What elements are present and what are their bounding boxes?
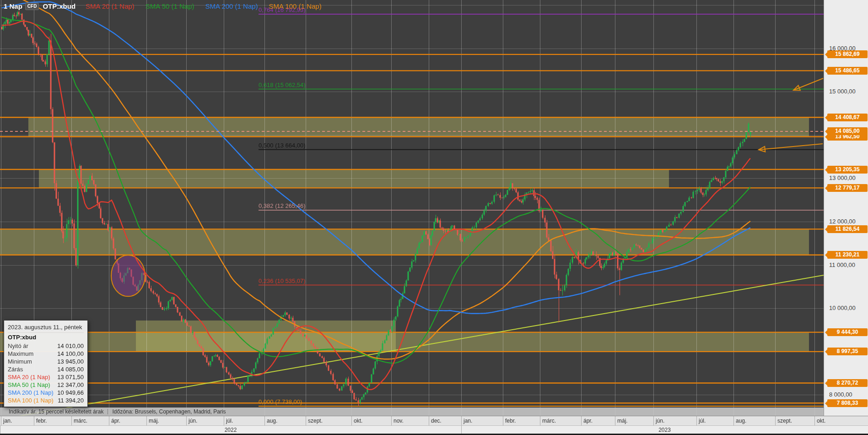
legend-sma-20[interactable]: SMA 20 (1 Nap) bbox=[86, 2, 135, 10]
tooltip-row-label: SMA 200 (1 Nap) bbox=[8, 389, 54, 397]
tooltip-row-value: 14 100,00 bbox=[57, 350, 84, 358]
price-axis-label: 10 000,00 bbox=[829, 304, 856, 311]
ohlc-tooltip: 2023. augusztus 11., péntek OTP:xbud Nyi… bbox=[4, 320, 88, 407]
price-level-badge[interactable]: 11 230,21 bbox=[827, 251, 868, 259]
month-label: jún. bbox=[656, 418, 664, 424]
month-tick bbox=[615, 416, 615, 426]
month-label: júl. bbox=[699, 418, 706, 424]
year-tick bbox=[461, 426, 462, 434]
month-label: okt. bbox=[354, 418, 362, 424]
tooltip-row-value: 12 347,00 bbox=[57, 381, 84, 389]
month-tick bbox=[461, 416, 462, 426]
current-price-badge[interactable]: 14 085,00 bbox=[827, 127, 868, 135]
chart-plot-area[interactable]: 1 NapCFDOTP:xbudSMA 20 (1 Nap)SMA 50 (1 … bbox=[0, 0, 824, 416]
month-label: szept. bbox=[777, 418, 792, 424]
price-level-badge[interactable]: 15 486,65 bbox=[827, 67, 868, 75]
chart-legend: 1 NapCFDOTP:xbudSMA 20 (1 Nap)SMA 50 (1 … bbox=[4, 2, 333, 12]
year-label: 2022 bbox=[225, 427, 237, 433]
timezone-note: Időzóna: Brussels, Copenhagen, Madrid, P… bbox=[112, 408, 226, 415]
month-tick bbox=[653, 416, 654, 426]
month-label: jan. bbox=[464, 418, 472, 424]
fib-level-label: 0,618 (15 062,54) bbox=[259, 82, 306, 88]
status-divider bbox=[108, 409, 108, 414]
tooltip-row-value: 10 949,66 bbox=[57, 389, 84, 397]
time-axis[interactable]: jan.febr.márc.ápr.máj.jún.júl.aug.szept.… bbox=[0, 416, 868, 435]
month-tick bbox=[306, 416, 306, 426]
cfd-instrument-badge: CFD bbox=[25, 3, 39, 10]
price-level-badge[interactable]: 8 997,35 bbox=[827, 348, 868, 355]
tooltip-row-value: 14 010,00 bbox=[57, 342, 84, 350]
tooltip-row: SMA 200 (1 Nap)10 949,66 bbox=[8, 389, 84, 397]
price-level-badge[interactable]: 7 808,33 bbox=[827, 399, 868, 407]
price-level-badge[interactable]: 14 408,67 bbox=[827, 114, 868, 121]
month-tick bbox=[503, 416, 503, 426]
price-level-badge[interactable]: 15 862,69 bbox=[827, 50, 868, 58]
month-label: aug. bbox=[736, 418, 746, 424]
month-label: márc. bbox=[74, 418, 87, 424]
month-label: szept. bbox=[308, 418, 323, 424]
time-axis-years[interactable]: 20222023 bbox=[0, 425, 868, 434]
month-tick bbox=[391, 416, 392, 426]
month-label: ápr. bbox=[583, 418, 593, 424]
tooltip-row: SMA 20 (1 Nap)13 071,50 bbox=[8, 373, 84, 381]
month-label: febr. bbox=[36, 418, 47, 424]
year-label: 2023 bbox=[658, 427, 671, 433]
price-level-badge[interactable]: 12 779,17 bbox=[827, 184, 868, 192]
month-label: febr. bbox=[505, 418, 516, 424]
price-level-badge[interactable]: 9 444,30 bbox=[827, 328, 868, 336]
price-axis[interactable]: 16 000,0015 000,0013 000,0012 000,0011 0… bbox=[824, 0, 868, 416]
tooltip-row-label: Maximum bbox=[8, 350, 33, 358]
month-tick bbox=[581, 416, 582, 426]
legend-sma-50[interactable]: SMA 50 (1 Nap) bbox=[146, 2, 194, 10]
month-tick bbox=[775, 416, 776, 426]
tooltip-row-label: SMA 20 (1 Nap) bbox=[8, 373, 50, 381]
month-tick bbox=[109, 416, 109, 426]
month-label: jan. bbox=[3, 418, 12, 424]
month-label: júl. bbox=[226, 418, 233, 424]
tooltip-row-label: Zárás bbox=[8, 365, 23, 373]
month-tick bbox=[733, 416, 734, 426]
month-tick bbox=[1, 416, 1, 426]
month-tick bbox=[224, 416, 224, 426]
price-level-badge[interactable]: 13 205,35 bbox=[827, 166, 868, 174]
price-axis-label: 11 000,00 bbox=[829, 261, 855, 268]
month-tick bbox=[814, 416, 815, 426]
symbol-label[interactable]: OTP:xbud bbox=[43, 2, 75, 10]
month-label: máj. bbox=[149, 418, 159, 424]
tooltip-row-label: Nyitó ár bbox=[8, 342, 28, 350]
month-tick bbox=[264, 416, 265, 426]
month-label: jún. bbox=[189, 418, 197, 424]
tooltip-row: SMA 50 (1 Nap)12 347,00 bbox=[8, 381, 84, 389]
month-label: ápr. bbox=[111, 418, 120, 424]
legend-sma-100[interactable]: SMA 100 (1 Nap) bbox=[269, 2, 322, 10]
tooltip-symbol: OTP:xbud bbox=[8, 333, 84, 342]
month-tick bbox=[71, 416, 72, 426]
month-tick bbox=[186, 416, 187, 426]
timeframe-label[interactable]: 1 Nap bbox=[4, 2, 22, 10]
price-axis-label: 15 000,00 bbox=[829, 88, 856, 95]
legend-sma-200[interactable]: SMA 200 (1 Nap) bbox=[205, 2, 258, 10]
tooltip-row-label: SMA 100 (1 Nap) bbox=[8, 397, 54, 404]
tooltip-row-label: Minimum bbox=[8, 358, 32, 365]
price-level-badge[interactable]: 11 826,54 bbox=[827, 225, 868, 233]
tooltip-row-value: 13 945,00 bbox=[57, 358, 84, 365]
month-tick bbox=[540, 416, 540, 426]
sma-legend-items: SMA 20 (1 Nap)SMA 50 (1 Nap)SMA 200 (1 N… bbox=[86, 2, 333, 10]
month-tick bbox=[351, 416, 352, 426]
tooltip-row-value: 13 071,50 bbox=[57, 373, 84, 381]
tooltip-row-value: 14 085,00 bbox=[57, 365, 84, 373]
year-tick bbox=[0, 426, 0, 434]
month-label: aug. bbox=[267, 418, 277, 424]
time-axis-months[interactable]: jan.febr.márc.ápr.máj.jún.júl.aug.szept.… bbox=[0, 416, 868, 426]
price-chart-canvas[interactable] bbox=[0, 0, 824, 416]
price-level-badge[interactable]: 8 270,72 bbox=[827, 379, 868, 387]
tooltip-row: Nyitó ár14 010,00 bbox=[8, 342, 84, 350]
tooltip-row: Maximum14 100,00 bbox=[8, 350, 84, 358]
tooltip-rows: Nyitó ár14 010,00Maximum14 100,00Minimum… bbox=[8, 342, 84, 404]
price-axis-label: 12 000,00 bbox=[829, 218, 856, 225]
status-bar: Indikatív ár. 15 perccel késleltetett ár… bbox=[0, 408, 824, 416]
tooltip-row: Zárás14 085,00 bbox=[8, 365, 84, 373]
month-label: márc. bbox=[542, 418, 556, 424]
month-tick bbox=[429, 416, 429, 426]
fib-level-label: 0,500 (13 664,00) bbox=[259, 142, 306, 149]
